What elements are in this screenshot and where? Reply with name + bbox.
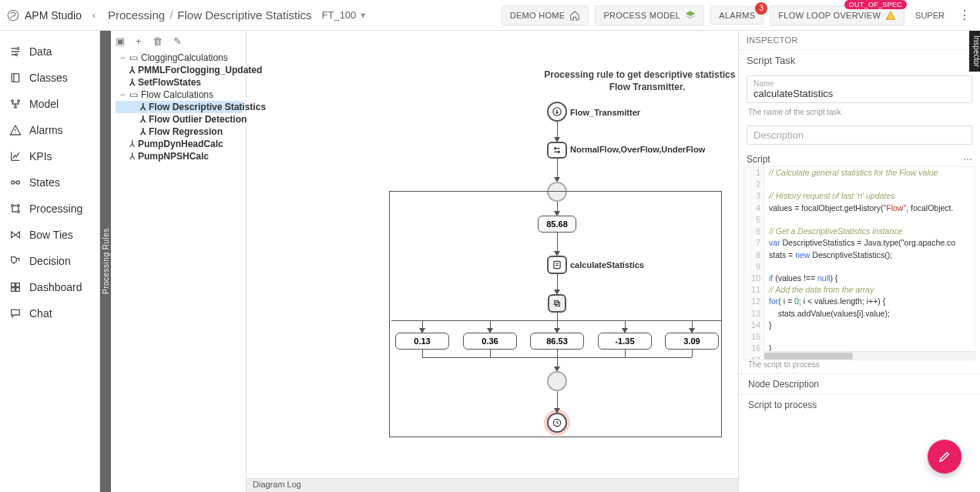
- node-label: NormalFlow,OverFlow,UnderFlow: [570, 145, 705, 154]
- svg-rect-14: [12, 288, 15, 292]
- svg-point-8: [16, 181, 19, 184]
- alarms-button[interactable]: ALARMS 3: [710, 6, 764, 25]
- breadcrumb-separator: /: [169, 8, 173, 22]
- tree-group[interactable]: −▭CloggingCalculations: [116, 52, 243, 64]
- warning-icon: [885, 10, 896, 21]
- sidebar-collapse-icon[interactable]: ‹: [92, 10, 96, 21]
- svg-rect-13: [16, 283, 20, 287]
- diagram-title: Processing rule to get descriptive stati…: [539, 69, 738, 93]
- more-icon[interactable]: ⋮: [955, 8, 974, 22]
- model-icon: [9, 98, 22, 110]
- script-hint: The script to process: [739, 360, 980, 373]
- start-node[interactable]: [547, 102, 567, 122]
- nav-model[interactable]: Model: [0, 91, 99, 117]
- tree-item[interactable]: ⅄Flow Outlier Detection: [116, 113, 243, 126]
- breadcrumb-a[interactable]: Processing: [108, 8, 165, 22]
- tree-item[interactable]: ⅄PumpNPSHCalc: [116, 150, 243, 162]
- tag-dropdown[interactable]: FT_100 ▾: [317, 7, 372, 23]
- brand[interactable]: APM Studio: [6, 8, 86, 22]
- edit-icon[interactable]: ✎: [173, 35, 182, 47]
- processing-rules-tab[interactable]: Processing Rules: [100, 31, 111, 492]
- tag-label: FT_100: [322, 9, 357, 21]
- bowtie-icon: [9, 229, 22, 241]
- nav-bowties[interactable]: Bow Ties: [0, 222, 99, 248]
- node-label: Flow_Transmitter: [570, 108, 640, 117]
- add-icon[interactable]: +: [136, 35, 142, 47]
- tree-label: PumpDynHeadCalc: [138, 139, 223, 149]
- chat-icon: [9, 307, 22, 320]
- nav-data[interactable]: Data: [0, 38, 99, 65]
- nav-label: Processing: [29, 202, 82, 215]
- nav-processing[interactable]: Processing: [0, 196, 99, 222]
- inspector-tab[interactable]: Inspector: [969, 31, 980, 72]
- chevron-down-icon: ▾: [361, 9, 366, 21]
- diagram-log-tab[interactable]: Diagram Log: [247, 478, 738, 492]
- node-description-row[interactable]: Node Description: [739, 373, 980, 394]
- description-field[interactable]: Description: [747, 126, 972, 145]
- alarms-label: ALARMS: [719, 11, 755, 20]
- fab-edit-button[interactable]: [928, 440, 962, 474]
- user-role[interactable]: SUPER: [911, 11, 949, 20]
- tree-group[interactable]: −▭Flow Calculations: [116, 89, 243, 101]
- process-frame: [389, 191, 722, 437]
- rules-tree: −▭CloggingCalculations ⅄PMMLForClogging_…: [100, 52, 246, 162]
- brand-label: APM Studio: [25, 9, 82, 22]
- nav-decision[interactable]: Decision: [0, 248, 99, 274]
- states-node[interactable]: [547, 142, 567, 159]
- tree-item[interactable]: ⅄PumpDynHeadCalc: [116, 138, 243, 150]
- svg-rect-12: [12, 283, 15, 287]
- svg-point-9: [12, 205, 14, 207]
- demo-home-button[interactable]: DEMO HOME: [502, 5, 589, 25]
- nav-alarms[interactable]: Alarms: [0, 117, 99, 143]
- svg-point-10: [18, 211, 20, 213]
- delete-icon[interactable]: 🗑: [153, 35, 163, 47]
- scrollbar-thumb[interactable]: [764, 353, 853, 360]
- nav-states[interactable]: States: [0, 169, 99, 196]
- pencil-icon: [938, 450, 951, 464]
- switch-icon: [552, 145, 562, 156]
- nav-label: Dashboard: [29, 281, 82, 293]
- tree-label: PMMLForClogging_Updated: [138, 65, 262, 75]
- diagram-canvas[interactable]: Processing rule to get descriptive stati…: [247, 31, 738, 478]
- script-to-process-row[interactable]: Script to process: [739, 394, 980, 415]
- sliders-icon: [9, 45, 22, 58]
- flow-loop-label: FLOW LOOP OVERVIEW: [778, 11, 881, 20]
- svg-point-11: [18, 205, 20, 207]
- svg-point-7: [12, 181, 15, 184]
- tree-item[interactable]: ⅄Flow Regression: [116, 126, 243, 138]
- svg-rect-3: [12, 74, 18, 82]
- nav-label: Model: [29, 98, 59, 110]
- nav-label: Classes: [29, 72, 68, 84]
- script-header: Script ⋯: [739, 149, 980, 166]
- tree-item[interactable]: ⅄PMMLForClogging_Updated: [116, 64, 243, 76]
- chart-icon: [9, 150, 22, 162]
- decision-icon: [9, 255, 22, 267]
- svg-point-6: [15, 106, 17, 109]
- demo-home-label: DEMO HOME: [510, 11, 566, 20]
- script-editor[interactable]: 1// Calculate general statistics for the…: [743, 166, 975, 360]
- flow-loop-button[interactable]: FLOW LOOP OVERVIEW OUT_OF_SPEC: [770, 5, 904, 25]
- inspector-section: Script Task: [739, 50, 980, 71]
- description-placeholder: Description: [753, 129, 965, 141]
- process-model-button[interactable]: PROCESS MODEL: [595, 5, 704, 25]
- folder-icon[interactable]: ▣: [116, 35, 125, 47]
- edge: [557, 122, 558, 137]
- breadcrumb-b[interactable]: Flow Descriptive Statistics: [177, 8, 311, 22]
- alarm-count-badge: 3: [755, 2, 767, 15]
- name-field[interactable]: Name calculateStatistics: [747, 75, 972, 103]
- arrow-down-circle-icon: [552, 106, 562, 117]
- brain-icon: [6, 8, 20, 22]
- inspector-panel: Inspector INSPECTOR Script Task Name cal…: [738, 31, 980, 492]
- nav-kpis[interactable]: KPIs: [0, 143, 99, 169]
- tree-label: SetFlowStates: [138, 77, 201, 88]
- breadcrumb: Processing / Flow Descriptive Statistics…: [108, 7, 371, 23]
- nav-dashboard[interactable]: Dashboard: [0, 274, 99, 300]
- nav-classes[interactable]: Classes: [0, 65, 99, 91]
- horizontal-scrollbar[interactable]: [764, 351, 975, 360]
- svg-point-5: [18, 100, 20, 102]
- nav-chat[interactable]: Chat: [0, 300, 99, 326]
- tree-item-selected[interactable]: ⅄Flow Descriptive Statistics: [116, 101, 243, 113]
- nav-label: Decision: [29, 255, 71, 267]
- tree-item[interactable]: ⅄SetFlowStates: [116, 76, 243, 89]
- script-menu-icon[interactable]: ⋯: [963, 154, 972, 165]
